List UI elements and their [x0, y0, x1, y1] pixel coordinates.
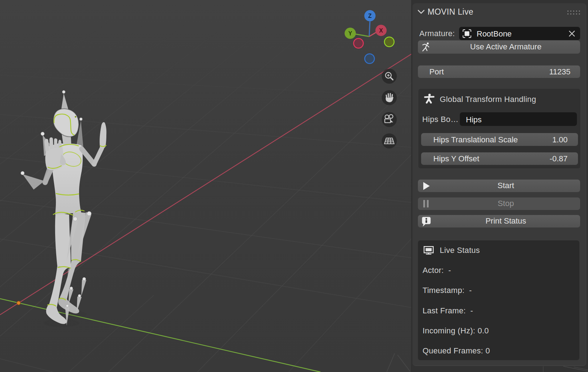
- svg-text:X: X: [379, 28, 383, 34]
- svg-text:Z: Z: [368, 13, 372, 19]
- svg-text:Y: Y: [348, 30, 352, 36]
